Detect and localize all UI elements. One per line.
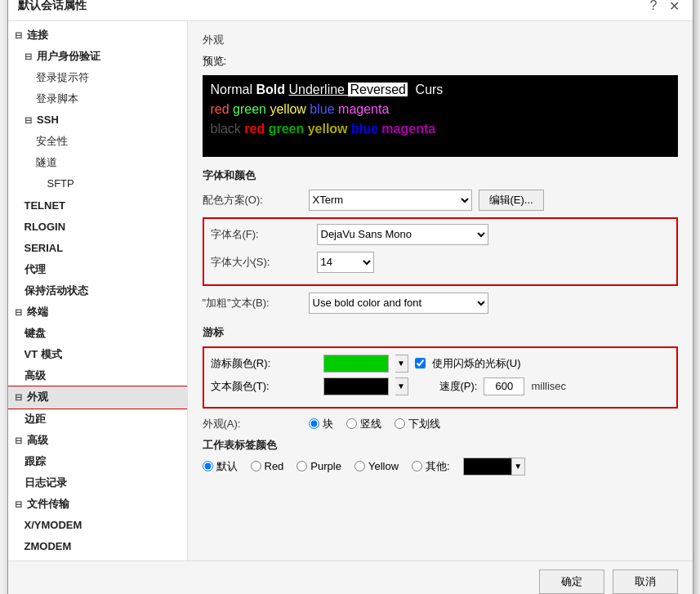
cursor-color-dropdown[interactable]: ▼	[395, 355, 408, 373]
main-dialog: 默认会话属性 ? ✕ ⊟ 连接 ⊟ 用户身份验证 登录提示符 登录脚本 ⊟ SS…	[7, 0, 693, 594]
font-color-section: 字体和颜色 配色方案(O): XTerm 编辑(E)... 字体名(F): De…	[203, 168, 678, 314]
pv-green: green	[233, 102, 270, 116]
tab-color-red[interactable]: Red	[251, 460, 284, 472]
pv-bold: Bold	[256, 83, 289, 96]
speed-label: 速度(P):	[439, 379, 478, 394]
other-color-dropdown[interactable]: ▼	[512, 458, 525, 476]
radio-vline[interactable]: 竖线	[346, 417, 381, 431]
preview-box: Normal Bold Underline Reversed Curs red …	[203, 75, 678, 157]
flash-cursor-label: 使用闪烁的光标(U)	[432, 356, 521, 371]
pv-red2: red	[244, 122, 268, 136]
dialog-footer: 确定 取消	[8, 561, 693, 594]
sidebar-item-connect[interactable]: ⊟ 连接	[8, 25, 187, 46]
color-scheme-select[interactable]: XTerm	[309, 190, 472, 211]
sidebar-item-filetransfer[interactable]: ⊟ 文件传输	[8, 494, 187, 515]
speed-input[interactable]	[484, 377, 524, 395]
title-bar: 默认会话属性 ? ✕	[8, 0, 693, 21]
sidebar-item-keyboard[interactable]: 键盘	[8, 323, 187, 344]
text-color-dropdown[interactable]: ▼	[395, 377, 408, 395]
sidebar-item-keepalive[interactable]: 保持活动状态	[8, 280, 187, 301]
bold-text-row: "加粗"文本(B): Use bold color and font	[203, 293, 678, 314]
cursor-color-swatch[interactable]	[323, 355, 389, 373]
tab-color-default[interactable]: 默认	[203, 459, 238, 474]
dialog-body: ⊟ 连接 ⊟ 用户身份验证 登录提示符 登录脚本 ⊟ SSH 安全性 隧道 SF…	[8, 21, 693, 561]
ok-button[interactable]: 确定	[539, 569, 604, 594]
cursor-section: 游标颜色(R): ▼ 使用闪烁的光标(U) 文本颜色(T): ▼ 速度(P): …	[203, 346, 678, 409]
tab-color-row: 默认 Red Purple Yellow 其他:	[203, 458, 678, 476]
tab-color-purple-input[interactable]	[296, 461, 307, 471]
expand-icon: ⊟	[25, 113, 34, 128]
text-color-row: 文本颜色(T): ▼ 速度(P): millisec	[211, 377, 670, 395]
tab-color-other-input[interactable]	[412, 461, 422, 471]
sidebar-item-auth[interactable]: ⊟ 用户身份验证	[8, 46, 187, 67]
sidebar-item-terminal[interactable]: ⊟ 终端	[8, 301, 187, 323]
pv-blue2: blue	[351, 122, 381, 136]
appearance-label: 外观(A):	[203, 417, 309, 431]
sidebar-item-tunnel[interactable]: 隧道	[8, 152, 187, 173]
sidebar-item-zmodem[interactable]: ZMODEM	[8, 536, 187, 557]
sidebar-item-serial[interactable]: SERIAL	[8, 238, 187, 259]
pv-yellow: yellow	[270, 102, 310, 116]
bold-text-label: "加粗"文本(B):	[203, 296, 309, 310]
sidebar-item-logging[interactable]: 日志记录	[8, 472, 187, 494]
sidebar-item-login-script[interactable]: 登录脚本	[8, 88, 187, 109]
speed-unit: millisec	[531, 380, 566, 392]
preview-line2: red green yellow blue magenta	[211, 100, 670, 119]
help-button[interactable]: ?	[647, 0, 661, 13]
font-name-row: 字体名(F): DejaVu Sans Mono	[211, 224, 670, 245]
tab-color-section: 工作表标签颜色 默认 Red Purple Yellow	[203, 438, 678, 476]
sidebar-item-security[interactable]: 安全性	[8, 131, 187, 152]
tab-color-yellow-input[interactable]	[354, 461, 365, 471]
other-color-picker: ▼	[463, 458, 525, 476]
expand-icon: ⊟	[15, 433, 25, 449]
sidebar-item-proxy[interactable]: 代理	[8, 259, 187, 280]
bold-text-select[interactable]: Use bold color and font	[309, 293, 488, 314]
sidebar-item-sftp[interactable]: SFTP	[8, 173, 187, 194]
radio-block-input[interactable]	[309, 418, 319, 429]
expand-icon: ⊟	[15, 28, 25, 43]
sidebar-item-appearance[interactable]: ⊟ 外观	[8, 386, 187, 408]
radio-underline[interactable]: 下划线	[395, 417, 440, 431]
sidebar-item-rlogin[interactable]: RLOGIN	[8, 217, 187, 238]
edit-button[interactable]: 编辑(E)...	[479, 190, 544, 211]
other-color-swatch[interactable]	[463, 458, 512, 476]
font-size-select[interactable]: 14	[317, 252, 374, 273]
tab-color-yellow[interactable]: Yellow	[354, 460, 399, 472]
radio-block[interactable]: 块	[309, 417, 333, 431]
preview-line3: black red green yellow blue magenta	[211, 119, 670, 139]
sidebar-item-trace[interactable]: 跟踪	[8, 451, 187, 472]
color-scheme-label: 配色方案(O):	[203, 193, 309, 208]
sidebar-item-advanced2[interactable]: ⊟ 高级	[8, 430, 187, 451]
pv-magenta2: magenta	[381, 122, 435, 136]
text-color-label: 文本颜色(T):	[211, 379, 317, 394]
flash-cursor-checkbox[interactable]	[415, 358, 426, 368]
font-color-header: 字体和颜色	[203, 168, 678, 183]
sidebar-item-login-prompt[interactable]: 登录提示符	[8, 67, 187, 88]
sidebar-item-advanced-terminal[interactable]: 高级	[8, 365, 187, 386]
radio-underline-input[interactable]	[395, 418, 405, 429]
tab-color-other[interactable]: 其他:	[412, 459, 450, 474]
cursor-section-header: 游标	[203, 325, 678, 340]
appearance-row: 外观(A): 块 竖线 下划线	[203, 417, 678, 431]
radio-vline-input[interactable]	[346, 418, 357, 429]
tab-color-purple[interactable]: Purple	[296, 460, 341, 472]
tab-color-red-input[interactable]	[251, 461, 261, 471]
pv-blue: blue	[310, 102, 338, 116]
sidebar-item-vtmode[interactable]: VT 模式	[8, 344, 187, 365]
preview-label: 预览:	[203, 54, 227, 69]
tab-color-default-input[interactable]	[203, 461, 213, 471]
sidebar-item-margin[interactable]: 边距	[8, 409, 187, 430]
pv-underline: Underline	[289, 83, 349, 96]
tab-color-header: 工作表标签颜色	[203, 438, 678, 453]
text-color-swatch[interactable]	[323, 377, 389, 395]
pv-reversed: Reversed	[348, 83, 407, 96]
font-name-select[interactable]: DejaVu Sans Mono	[317, 224, 488, 245]
sidebar-item-telnet[interactable]: TELNET	[8, 195, 187, 217]
pv-magenta: magenta	[338, 102, 389, 116]
pv-yellow2: yellow	[308, 122, 351, 136]
cancel-button[interactable]: 取消	[613, 569, 678, 594]
sidebar-item-ssh[interactable]: ⊟ SSH	[8, 109, 187, 131]
sidebar-item-xymodem[interactable]: X/YMODEM	[8, 515, 187, 536]
close-button[interactable]: ✕	[666, 0, 683, 14]
font-name-label: 字体名(F):	[211, 227, 317, 242]
